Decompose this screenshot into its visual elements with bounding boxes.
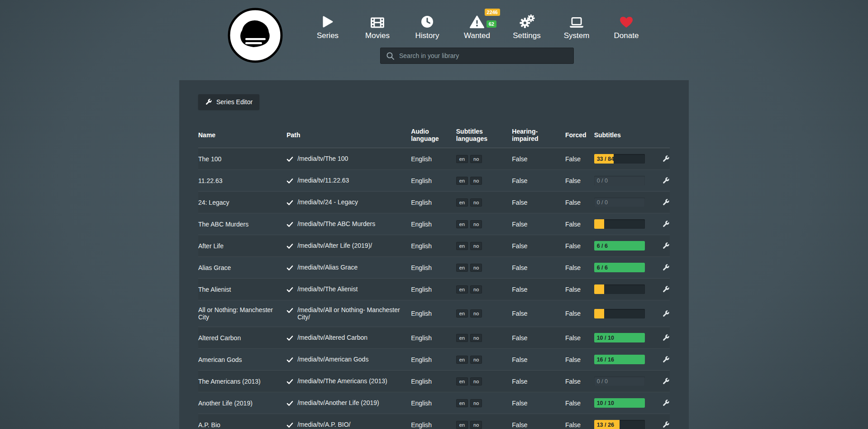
language-badge: no [470,399,482,407]
series-name[interactable]: The ABC Murders [198,221,286,228]
hearing-impaired-value: False [512,356,565,363]
series-editor-button[interactable]: Series Editor [198,94,259,110]
edit-series-button[interactable] [662,264,670,271]
film-icon [370,14,385,29]
table-row: After Life /media/tv/After Life (2019)/ … [198,235,670,257]
language-badge: en [456,334,468,342]
table-row: Another Life (2019) /media/tv/Another Li… [198,392,670,414]
table-row: Altered Carbon /media/tv/Altered Carbon … [198,327,670,349]
subtitles-languages: enno [456,198,512,207]
series-table: Name Path Audio language Subtitles langu… [198,125,670,429]
series-name[interactable]: All or Nothing: Manchester City [198,306,286,321]
header-path: Path [286,131,411,139]
hearing-impaired-value: False [512,199,565,206]
edit-series-button[interactable] [662,177,670,184]
edit-series-button[interactable] [662,242,670,250]
subtitles-progress-label: 0 / 0 [597,178,608,184]
series-name[interactable]: American Gods [198,356,286,363]
hearing-impaired-value: False [512,242,565,250]
series-path: /media/tv/The ABC Murders [297,220,375,227]
forced-value: False [565,286,594,293]
series-path-cell: /media/tv/After Life (2019)/ [286,242,411,250]
check-icon [286,422,293,429]
edit-series-button[interactable] [662,377,670,385]
wrench-icon [662,264,670,271]
language-badge: no [470,198,482,207]
language-badge: no [470,377,482,386]
table-row: American Gods /media/tv/American Gods En… [198,349,670,371]
series-path-cell: /media/tv/A.P. BIO/ [286,421,411,429]
language-badge: en [456,377,468,386]
series-path-cell: /media/tv/11.22.63 [286,177,411,184]
edit-series-button[interactable] [662,155,670,163]
wrench-icon [662,399,670,407]
subtitles-languages: enno [456,309,512,318]
bazarr-logo[interactable] [227,7,284,64]
subtitles-languages: enno [456,334,512,342]
series-name[interactable]: A.P. Bio [198,421,286,429]
edit-series-button[interactable] [662,220,670,228]
edit-series-button[interactable] [662,285,670,293]
check-icon [286,307,293,314]
series-name[interactable]: Altered Carbon [198,334,286,342]
subtitles-languages: enno [456,264,512,272]
series-path-cell: /media/tv/24 - Legacy [286,198,411,206]
subtitles-progress-label: 16 / 16 [597,357,614,363]
subtitles-progress-fill [594,309,604,318]
series-name[interactable]: The Alienist [198,286,286,293]
header-hearing-impaired: Hearing-impaired [512,128,565,142]
nav-label: Movies [365,31,390,40]
edit-series-button[interactable] [662,356,670,363]
series-name[interactable]: After Life [198,242,286,250]
subtitles-progress: 13 / 26 [594,420,645,429]
check-icon [286,156,293,163]
series-name[interactable]: Alias Grace [198,264,286,271]
play-icon [322,14,334,29]
forced-value: False [565,421,594,429]
subtitles-languages: enno [456,356,512,364]
series-path-cell: /media/tv/The Americans (2013) [286,377,411,385]
series-path: /media/tv/All or Nothing- Manchester Cit… [297,306,405,321]
series-path: /media/tv/Another Life (2019) [297,399,379,406]
main-nav: Series Movies History [313,14,641,40]
series-path-cell: /media/tv/The ABC Murders [286,220,411,228]
check-icon [286,199,293,206]
language-badge: en [456,155,468,163]
check-icon [286,400,293,407]
audio-language: English [411,242,456,250]
nav-item-wanted[interactable]: 2246 62 Wanted [462,14,492,40]
language-badge: no [470,155,482,163]
series-name[interactable]: The 100 [198,155,286,163]
series-path-cell: /media/tv/Another Life (2019) [286,399,411,407]
nav-item-movies[interactable]: Movies [362,14,392,40]
nav-item-settings[interactable]: Settings [512,14,542,40]
heart-icon [619,14,634,29]
series-name[interactable]: The Americans (2013) [198,378,286,385]
search-input[interactable] [398,52,568,60]
series-editor-label: Series Editor [216,98,253,106]
series-name[interactable]: Another Life (2019) [198,400,286,407]
edit-series-button[interactable] [662,334,670,342]
language-badge: no [470,356,482,364]
subtitles-languages: enno [456,421,512,429]
header: Series Movies History [0,0,868,80]
subtitles-progress: 10 / 10 [594,333,645,342]
audio-language: English [411,199,456,206]
gears-icon [519,14,535,29]
check-icon [286,378,293,385]
nav-item-donate[interactable]: Donate [611,14,641,40]
nav-item-series[interactable]: Series [313,14,343,40]
edit-series-button[interactable] [662,421,670,429]
subtitles-progress: 0 / 0 [594,376,645,386]
series-name[interactable]: 11.22.63 [198,177,286,184]
language-badge: no [470,177,482,185]
forced-value: False [565,334,594,342]
series-path: /media/tv/After Life (2019)/ [297,242,372,249]
series-name[interactable]: 24: Legacy [198,199,286,206]
edit-series-button[interactable] [662,310,670,318]
nav-item-system[interactable]: System [562,14,591,40]
header-subtitles: Subtitles [594,131,654,139]
nav-item-history[interactable]: History [412,14,442,40]
edit-series-button[interactable] [662,198,670,206]
edit-series-button[interactable] [662,399,670,407]
